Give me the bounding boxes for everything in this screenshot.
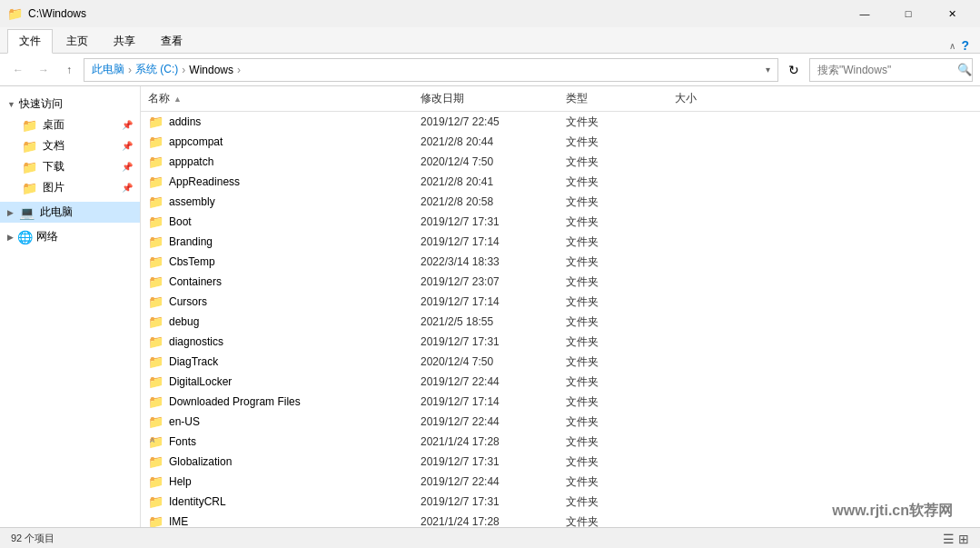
table-row[interactable]: 📁 IME 2021/1/24 17:28 文件夹 (141, 512, 980, 527)
table-row[interactable]: 📁 debug 2021/2/5 18:55 文件夹 (141, 312, 980, 332)
folder-icon: 📁 (148, 194, 163, 209)
name-sort-icon: ▲ (173, 95, 182, 104)
quickaccess-arrow-icon: ▼ (7, 100, 15, 109)
file-name-text: AppReadiness (169, 175, 240, 188)
col-header-type[interactable]: 类型 (566, 91, 675, 106)
file-date: 2021/1/24 17:28 (421, 515, 566, 527)
table-row[interactable]: 📁 Downloaded Program Files 2019/12/7 17:… (141, 392, 980, 412)
view-tiles-icon[interactable]: ⊞ (958, 532, 969, 546)
network-label: 网络 (36, 229, 58, 244)
file-date: 2020/12/4 7:50 (421, 355, 566, 368)
file-name: 📁 appcompat (148, 135, 421, 149)
refresh-button[interactable]: ↻ (782, 58, 806, 82)
table-row[interactable]: 📁 appcompat 2021/2/8 20:44 文件夹 (141, 132, 980, 152)
sidebar-item-downloads[interactable]: 📁 下载 📌 (0, 156, 140, 177)
ribbon-collapse-icon[interactable]: ∧ (949, 41, 955, 51)
file-date: 2021/2/8 20:41 (421, 175, 566, 188)
help-icon[interactable]: ? (961, 38, 969, 53)
file-name: 📁 AppReadiness (148, 174, 421, 189)
table-row[interactable]: 📁 Containers 2019/12/7 23:07 文件夹 (141, 272, 980, 292)
sidebar-header-network[interactable]: ▶ 🌐 网络 (0, 226, 140, 247)
table-row[interactable]: 📁 AppReadiness 2021/2/8 20:41 文件夹 (141, 172, 980, 192)
file-type: 文件夹 (566, 434, 675, 450)
file-type: 文件夹 (566, 135, 675, 150)
sidebar-item-pictures[interactable]: 📁 图片 📌 (0, 177, 140, 198)
tab-view[interactable]: 查看 (149, 29, 194, 53)
back-button[interactable]: ← (7, 59, 29, 81)
col-header-name[interactable]: 名称 ▲ (148, 91, 421, 106)
ribbon-tabs: 文件 主页 共享 查看 ∧ ? (0, 27, 980, 53)
table-row[interactable]: 📁 CbsTemp 2022/3/14 18:33 文件夹 (141, 252, 980, 272)
sidebar-item-desktop[interactable]: 📁 桌面 📌 (0, 115, 140, 135)
view-details-icon[interactable]: ☰ (943, 532, 955, 546)
file-name-text: Globalization (169, 455, 232, 468)
table-row[interactable]: 📁 apppatch 2020/12/4 7:50 文件夹 (141, 152, 980, 172)
folder-icon: 📁 (148, 115, 163, 129)
title-bar-left: 📁 C:\Windows (7, 6, 86, 21)
file-date: 2019/12/7 17:31 (421, 495, 566, 508)
table-row[interactable]: 📁 Cursors 2019/12/7 17:14 文件夹 (141, 292, 980, 312)
forward-button[interactable]: → (33, 59, 54, 81)
folder-icon: 📁 (148, 494, 163, 509)
desktop-pin-icon: 📌 (122, 120, 133, 130)
file-name: 📁 apppatch (148, 154, 421, 169)
file-name: 📁 Boot (148, 214, 421, 229)
breadcrumb-drive[interactable]: 系统 (C:) (135, 62, 178, 77)
file-date: 2019/12/7 23:07 (421, 275, 566, 288)
col-header-date[interactable]: 修改日期 (421, 91, 566, 106)
thispc-label: 此电脑 (40, 204, 73, 220)
file-name-text: diagnostics (169, 335, 223, 348)
table-row[interactable]: 📁 assembly 2021/2/8 20:58 文件夹 (141, 192, 980, 212)
table-row[interactable]: 📁 Boot 2019/12/7 17:31 文件夹 (141, 212, 980, 232)
close-button[interactable]: ✕ (931, 0, 973, 27)
table-row[interactable]: 📁A Fonts 2021/1/24 17:28 文件夹 (141, 432, 980, 452)
table-row[interactable]: 📁 Help 2019/12/7 22:44 文件夹 (141, 472, 980, 492)
search-icon[interactable]: 🔍 (957, 63, 972, 76)
status-count: 92 个项目 (11, 532, 54, 545)
sidebar-header-quickaccess[interactable]: ▼ 快速访问 (0, 94, 140, 115)
file-name-text: apppatch (169, 155, 213, 168)
table-row[interactable]: 📁 addins 2019/12/7 22:45 文件夹 (141, 112, 980, 132)
sidebar-header-thispc[interactable]: ▶ 💻 此电脑 (0, 202, 140, 223)
downloads-label: 下载 (43, 159, 64, 174)
file-date: 2019/12/7 17:31 (421, 215, 566, 228)
title-bar: 📁 C:\Windows — □ ✕ (0, 0, 980, 27)
thispc-arrow-icon: ▶ (7, 208, 14, 217)
file-name-text: assembly (169, 195, 215, 208)
documents-pin-icon: 📌 (122, 141, 133, 151)
breadcrumb-bar[interactable]: 此电脑 › 系统 (C:) › Windows › ▾ (84, 58, 778, 82)
folder-icon: 📁 (148, 154, 163, 169)
main-area: ▼ 快速访问 📁 桌面 📌 📁 文档 📌 📁 下载 📌 📁 图片 (0, 86, 980, 527)
table-row[interactable]: 📁 Globalization 2019/12/7 17:31 文件夹 (141, 452, 980, 472)
table-row[interactable]: 📁 diagnostics 2019/12/7 17:31 文件夹 (141, 332, 980, 352)
search-input[interactable] (817, 64, 954, 76)
folder-icon: 📁 (148, 514, 163, 527)
downloads-folder-icon: 📁 (22, 160, 37, 174)
tab-share[interactable]: 共享 (102, 29, 147, 53)
documents-folder-icon: 📁 (22, 139, 37, 154)
tab-file[interactable]: 文件 (7, 29, 53, 54)
file-name: 📁 debug (148, 314, 421, 329)
breadcrumb-thispc[interactable]: 此电脑 (92, 62, 124, 77)
minimize-button[interactable]: — (844, 0, 886, 27)
table-row[interactable]: 📁 DiagTrack 2020/12/4 7:50 文件夹 (141, 352, 980, 372)
file-name-text: Fonts (169, 435, 196, 448)
table-row[interactable]: 📁 Branding 2019/12/7 17:14 文件夹 (141, 232, 980, 252)
table-row[interactable]: 📁 en-US 2019/12/7 22:44 文件夹 (141, 412, 980, 432)
file-name-text: Downloaded Program Files (169, 395, 301, 408)
up-button[interactable]: ↑ (58, 59, 80, 81)
table-row[interactable]: 📁 IdentityCRL 2019/12/7 17:31 文件夹 (141, 492, 980, 512)
quickaccess-label: 快速访问 (19, 96, 63, 112)
col-header-size[interactable]: 大小 (675, 91, 766, 106)
breadcrumb-dropdown-icon[interactable]: ▾ (766, 65, 770, 75)
table-row[interactable]: 📁 DigitalLocker 2019/12/7 22:44 文件夹 (141, 372, 980, 392)
breadcrumb-windows[interactable]: Windows (189, 64, 233, 76)
file-name: 📁 Help (148, 474, 421, 489)
file-name: 📁 Containers (148, 274, 421, 289)
tab-home[interactable]: 主页 (54, 29, 100, 53)
maximize-button[interactable]: □ (887, 0, 929, 27)
file-type: 文件夹 (566, 414, 675, 430)
folder-icon: 📁 (148, 174, 163, 189)
search-box[interactable]: 🔍 (809, 58, 973, 82)
sidebar-item-documents[interactable]: 📁 文档 📌 (0, 135, 140, 156)
